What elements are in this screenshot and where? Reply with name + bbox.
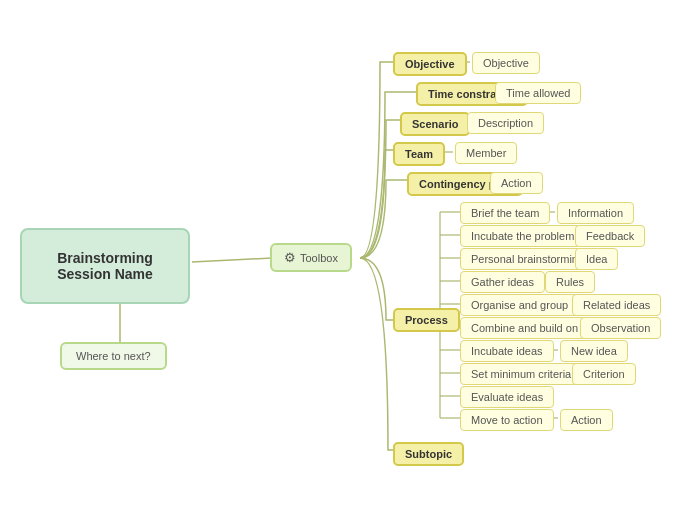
process-gather-annotation: Rules: [545, 271, 595, 293]
process-organise-annotation: Related ideas: [572, 294, 661, 316]
branch-objective[interactable]: Objective: [393, 52, 467, 76]
process-incubate-problem-annotation: Feedback: [575, 225, 645, 247]
process-brief[interactable]: Brief the team: [460, 202, 550, 224]
process-evaluate[interactable]: Evaluate ideas: [460, 386, 554, 408]
process-incubate-ideas-annotation: New idea: [560, 340, 628, 362]
sub-objective: Objective: [472, 52, 540, 74]
branch-process[interactable]: Process: [393, 308, 460, 332]
branch-scenario[interactable]: Scenario: [400, 112, 470, 136]
svg-line-0: [192, 258, 272, 262]
process-incubate-problem[interactable]: Incubate the problem: [460, 225, 585, 247]
branch-team[interactable]: Team: [393, 142, 445, 166]
process-brief-annotation: Information: [557, 202, 634, 224]
process-move-to-action[interactable]: Move to action: [460, 409, 554, 431]
where-to-next-node[interactable]: Where to next?: [60, 342, 167, 370]
toolbox-node[interactable]: ⚙ Toolbox: [270, 243, 352, 272]
sub-team: Member: [455, 142, 517, 164]
process-minimum-annotation: Criterion: [572, 363, 636, 385]
branch-subtopic[interactable]: Subtopic: [393, 442, 464, 466]
process-gather-ideas[interactable]: Gather ideas: [460, 271, 545, 293]
sub-scenario: Description: [467, 112, 544, 134]
sub-time: Time allowed: [495, 82, 581, 104]
process-minimum-criteria[interactable]: Set minimum criteria: [460, 363, 582, 385]
process-personal-annotation: Idea: [575, 248, 618, 270]
sub-contingency: Action: [490, 172, 543, 194]
toolbox-label: Toolbox: [300, 252, 338, 264]
process-combine-annotation: Observation: [580, 317, 661, 339]
central-node[interactable]: Brainstorming Session Name: [20, 228, 190, 304]
process-move-annotation: Action: [560, 409, 613, 431]
process-incubate-ideas[interactable]: Incubate ideas: [460, 340, 554, 362]
gear-icon: ⚙: [284, 250, 296, 265]
